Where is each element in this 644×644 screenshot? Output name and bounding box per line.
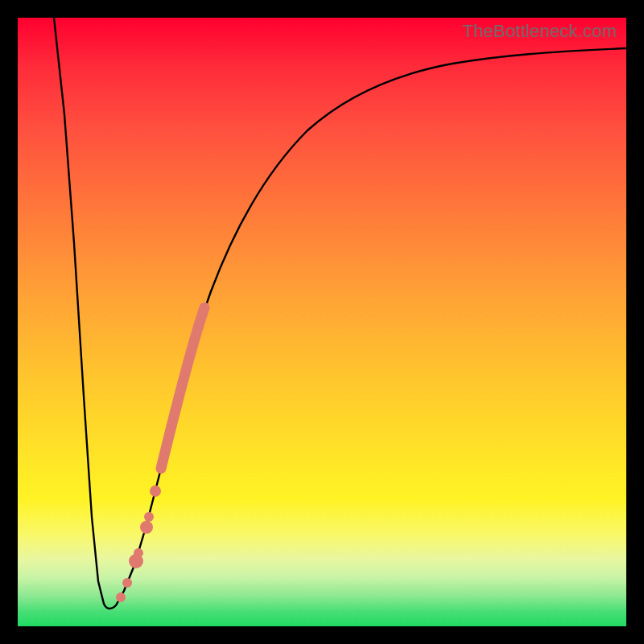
highlight-dot (129, 554, 143, 568)
highlight-dot (144, 512, 154, 522)
chart-frame: TheBottleneck.com (0, 0, 644, 644)
bottleneck-curve (54, 18, 626, 609)
curve-layer (18, 18, 626, 626)
highlighted-segment (161, 308, 204, 469)
highlight-dot (122, 578, 132, 588)
plot-area: TheBottleneck.com (18, 18, 626, 626)
highlight-dot (116, 592, 126, 602)
highlight-dot (150, 485, 161, 497)
highlight-dot (140, 521, 153, 534)
